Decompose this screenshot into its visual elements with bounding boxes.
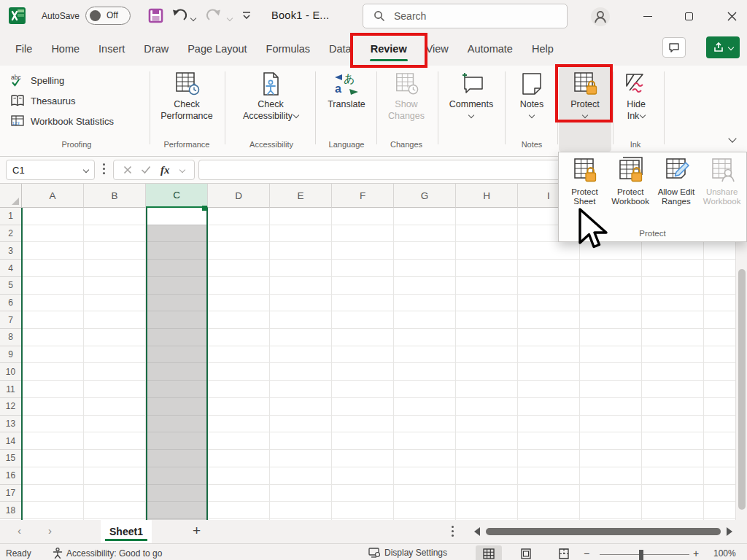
column-header-A[interactable]: A	[22, 184, 84, 208]
tab-file[interactable]: File	[6, 32, 42, 66]
customize-toolbar-icon[interactable]	[241, 10, 252, 20]
chevron-down-icon	[529, 112, 535, 118]
row-header-14[interactable]: 14	[0, 432, 22, 450]
collapse-ribbon-icon[interactable]	[728, 134, 736, 142]
row-header-7[interactable]: 7	[0, 311, 22, 329]
tab-help[interactable]: Help	[522, 32, 563, 66]
share-chevron-icon	[728, 44, 734, 50]
comments-toolbar-button[interactable]	[662, 37, 686, 58]
cancel-icon[interactable]	[123, 166, 132, 174]
column-header-C[interactable]: C	[146, 184, 208, 208]
formula-bar-grip-icon[interactable]	[103, 163, 105, 166]
menu-item-label: Protect Workbook	[608, 187, 654, 206]
view-page-layout-button[interactable]	[513, 545, 539, 560]
selection-handle[interactable]	[202, 206, 207, 211]
menu-item-protect-sheet[interactable]: Protect Sheet	[562, 157, 608, 206]
save-icon[interactable]	[148, 8, 163, 23]
workbook-statistics-button[interactable]: 123 Workbook Statistics	[10, 112, 114, 130]
column-header-F[interactable]: F	[332, 184, 394, 208]
search-icon	[374, 10, 385, 22]
undo-icon[interactable]	[171, 8, 187, 24]
hide-ink-button[interactable]: Hide Ink	[617, 67, 655, 122]
insert-function-button[interactable]: fx	[160, 164, 170, 176]
display-settings-button[interactable]: Display Settings	[368, 548, 447, 558]
selected-column-c[interactable]	[146, 208, 208, 520]
sheet-tab-sheet1[interactable]: Sheet1	[101, 520, 152, 543]
share-button[interactable]	[706, 36, 740, 58]
tab-draw[interactable]: Draw	[134, 32, 178, 66]
translate-button[interactable]: あ a Translate	[319, 67, 374, 110]
check-accessibility-label: Check Accessibility	[243, 99, 293, 121]
zoom-out-button[interactable]: −	[584, 548, 589, 559]
tab-automate[interactable]: Automate	[458, 32, 522, 66]
view-normal-button[interactable]	[476, 545, 502, 560]
undo-chevron-icon[interactable]	[190, 15, 196, 21]
vertical-scrollbar[interactable]	[735, 208, 747, 520]
tab-insert[interactable]: Insert	[89, 32, 134, 66]
thesaurus-button[interactable]: Thesaurus	[10, 92, 75, 109]
row-header-16[interactable]: 16	[0, 467, 22, 485]
tab-formulas[interactable]: Formulas	[257, 32, 320, 66]
cell-area[interactable]	[22, 208, 735, 520]
check-performance-button[interactable]: Check Performance	[155, 67, 219, 122]
row-header-5[interactable]: 5	[0, 277, 22, 295]
prev-sheet-icon[interactable]: ‹	[18, 524, 21, 537]
horizontal-scrollbar-thumb[interactable]	[486, 528, 721, 535]
row-header-4[interactable]: 4	[0, 260, 22, 277]
tab-page-layout[interactable]: Page Layout	[178, 32, 256, 66]
enter-check-icon[interactable]	[141, 166, 151, 174]
column-header-G[interactable]: G	[394, 184, 456, 208]
translate-label: Translate	[328, 99, 365, 109]
tab-home[interactable]: Home	[42, 32, 89, 66]
row-header-17[interactable]: 17	[0, 485, 22, 502]
row-header-9[interactable]: 9	[0, 346, 22, 364]
check-accessibility-button[interactable]: Check Accessibility	[237, 67, 304, 122]
column-header-D[interactable]: D	[208, 184, 270, 208]
row-header-1[interactable]: 1	[0, 208, 22, 225]
zoom-in-button[interactable]: +	[693, 548, 699, 559]
excel-window: AutoSave Off Book1 - E...	[0, 0, 747, 560]
minimize-button[interactable]	[632, 0, 664, 32]
row-header-15[interactable]: 15	[0, 450, 22, 467]
row-header-3[interactable]: 3	[0, 242, 22, 260]
scroll-left-icon[interactable]	[474, 527, 480, 536]
row-header-11[interactable]: 11	[0, 381, 22, 398]
row-header-2[interactable]: 2	[0, 225, 22, 243]
comments-button[interactable]: Comments	[442, 67, 500, 117]
row-header-18[interactable]: 18	[0, 502, 22, 519]
maximize-button[interactable]	[673, 0, 705, 32]
menu-item-allow-edit-ranges[interactable]: Allow Edit Ranges	[654, 157, 700, 206]
notes-button[interactable]: Notes	[508, 67, 555, 117]
close-button[interactable]	[716, 0, 747, 32]
row-header-8[interactable]: 8	[0, 329, 22, 346]
select-all-corner[interactable]	[0, 184, 22, 208]
column-header-E[interactable]: E	[270, 184, 332, 208]
accessibility-status[interactable]: Accessibility: Good to go	[53, 548, 162, 559]
column-header-B[interactable]: B	[84, 184, 146, 208]
row-header-6[interactable]: 6	[0, 295, 22, 312]
active-cell-c1[interactable]	[147, 208, 206, 225]
view-page-break-button[interactable]	[551, 545, 577, 560]
menu-item-protect-workbook[interactable]: Protect Workbook	[608, 157, 654, 206]
row-header-13[interactable]: 13	[0, 416, 22, 433]
zoom-slider-track[interactable]	[600, 554, 689, 555]
display-settings-icon	[368, 548, 381, 558]
sheet-tab-bar: ‹ › Sheet1 +	[0, 520, 747, 543]
vertical-scrollbar-thumb[interactable]	[738, 269, 746, 510]
sheet-person-icon	[709, 157, 735, 183]
scroll-right-icon[interactable]	[727, 527, 732, 536]
row-header-10[interactable]: 10	[0, 363, 22, 381]
add-sheet-button[interactable]: +	[193, 523, 201, 539]
spelling-button[interactable]: abc Spelling	[10, 71, 64, 89]
row-header-12[interactable]: 12	[0, 398, 22, 416]
account-icon[interactable]	[589, 6, 611, 28]
zoom-slider-handle[interactable]	[639, 550, 643, 560]
search-input[interactable]: Search	[363, 4, 568, 28]
sheetbar-menu-icon[interactable]	[452, 526, 454, 528]
sheet-stopwatch-icon	[174, 71, 200, 96]
chevron-down-icon	[293, 112, 299, 118]
autosave-toggle[interactable]: Off	[85, 7, 131, 25]
next-sheet-icon[interactable]: ›	[48, 524, 52, 537]
column-header-H[interactable]: H	[456, 184, 518, 208]
name-box[interactable]: C1	[6, 160, 95, 180]
